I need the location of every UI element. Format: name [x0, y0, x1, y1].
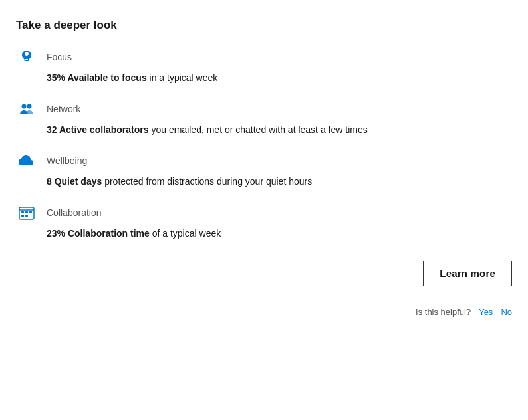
no-button[interactable]: No — [501, 307, 512, 317]
collaboration-icon — [16, 202, 37, 223]
collaboration-description: 23% Collaboration time of a typical week — [47, 227, 512, 241]
lightbulb-icon — [16, 47, 37, 68]
focus-description: 35% Available to focus in a typical week — [47, 71, 512, 85]
learn-more-button[interactable]: Learn more — [423, 261, 512, 286]
collaboration-label: Collaboration — [47, 207, 102, 218]
page-title: Take a deeper look — [16, 19, 512, 32]
helpful-label: Is this helpful? — [416, 307, 471, 317]
svg-point-0 — [22, 104, 27, 109]
wellbeing-description: 8 Quiet days protected from distractions… — [47, 175, 512, 189]
svg-rect-3 — [21, 211, 24, 213]
wellbeing-label: Wellbeing — [47, 156, 87, 166]
wellbeing-item: Wellbeing 8 Quiet days protected from di… — [16, 150, 512, 189]
network-description: 32 Active collaborators you emailed, met… — [47, 123, 512, 137]
svg-point-1 — [27, 104, 32, 109]
focus-item: Focus 35% Available to focus in a typica… — [16, 47, 512, 85]
network-item: Network 32 Active collaborators you emai… — [16, 98, 512, 137]
yes-button[interactable]: Yes — [479, 307, 493, 317]
svg-rect-7 — [25, 215, 28, 217]
svg-rect-4 — [25, 211, 28, 213]
collaboration-item: Collaboration 23% Collaboration time of … — [16, 202, 512, 241]
wellbeing-icon — [16, 150, 37, 171]
network-icon — [16, 98, 37, 120]
svg-rect-6 — [21, 215, 24, 217]
focus-label: Focus — [47, 52, 72, 62]
network-label: Network — [47, 104, 80, 114]
svg-rect-5 — [29, 211, 32, 213]
